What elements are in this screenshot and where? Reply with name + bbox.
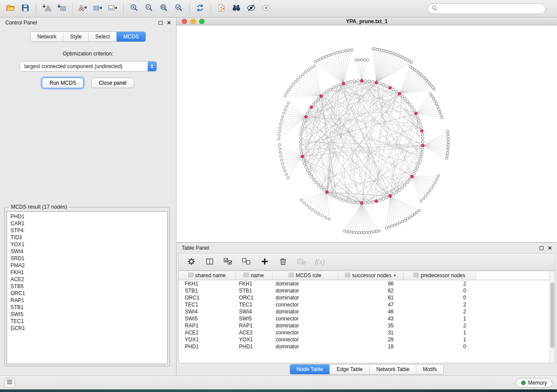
run-mcds-button[interactable]: Run MCDS (42, 78, 83, 88)
cell-mcds-role[interactable]: dominator (272, 287, 338, 294)
mcds-result-item[interactable]: YOX1 (7, 241, 167, 248)
save-session-button[interactable] (18, 2, 32, 15)
column-header-mcds-role[interactable]: MCDS role (272, 271, 338, 280)
network-canvas[interactable] (176, 25, 557, 242)
network-window-titlebar[interactable]: YPA_prune.txt_1 (176, 17, 557, 25)
refresh-layout-button[interactable] (193, 2, 207, 15)
table-vertical-scrollbar[interactable] (549, 271, 555, 363)
cell-predecessor-nodes[interactable]: 2 (403, 308, 476, 315)
mcds-result-item[interactable]: SWI4 (7, 248, 167, 255)
cell-mcds-role[interactable]: connector (272, 301, 338, 308)
tab-edge-table[interactable]: Edge Table (330, 364, 370, 374)
cell-mcds-role[interactable]: connector (272, 315, 338, 322)
cell-mcds-role[interactable]: dominator (272, 280, 338, 287)
table-row[interactable]: TEC1TEC1connector472 (179, 301, 549, 308)
cell-name[interactable]: SWI4 (235, 308, 272, 315)
float-table-panel-icon[interactable] (540, 246, 543, 250)
cell-shared-name[interactable]: SWI4 (179, 308, 235, 315)
search-box[interactable] (428, 3, 546, 14)
cell-predecessor-nodes[interactable]: 2 (403, 322, 476, 329)
zoom-in-button[interactable] (127, 2, 141, 15)
mcds-result-item[interactable]: STB5 (7, 283, 167, 290)
cell-mcds-role[interactable]: dominator (272, 308, 338, 315)
table-options-button[interactable] (186, 256, 197, 268)
network-graph[interactable] (176, 25, 557, 242)
delete-table-button[interactable] (296, 256, 307, 268)
cell-predecessor-nodes[interactable]: 2 (403, 301, 476, 308)
cell-shared-name[interactable]: SWI5 (179, 315, 235, 322)
tab-select[interactable]: Select (89, 32, 117, 41)
search-input[interactable] (439, 6, 542, 12)
cell-successor-nodes[interactable]: 46 (338, 308, 403, 315)
column-header-name[interactable]: name (235, 271, 272, 280)
table-row[interactable]: PHD1PHD1dominator180 (179, 343, 549, 350)
share-document-button[interactable] (214, 2, 228, 15)
cell-mcds-role[interactable]: dominator (272, 294, 338, 301)
tab-network[interactable]: Network (31, 32, 63, 41)
zoom-selected-button[interactable] (172, 2, 186, 15)
cell-successor-nodes[interactable]: 29 (338, 336, 403, 343)
cell-successor-nodes[interactable]: 35 (338, 322, 403, 329)
table-row[interactable]: RAP1RAP1dominator352 (179, 322, 549, 329)
cell-predecessor-nodes[interactable]: 0 (403, 287, 476, 294)
cell-shared-name[interactable]: TEC1 (179, 301, 235, 308)
cell-name[interactable]: YOX1 (235, 336, 272, 343)
search-network-button[interactable] (229, 2, 243, 15)
column-header-shared-name[interactable]: shared name (179, 271, 235, 280)
tab-mcds[interactable]: MCDS (117, 32, 145, 41)
cell-shared-name[interactable]: FKH1 (179, 280, 235, 287)
cell-predecessor-nodes[interactable]: 0 (403, 294, 476, 301)
mac-close-button[interactable] (182, 19, 187, 24)
cell-name[interactable]: FKH1 (235, 280, 272, 287)
cell-successor-nodes[interactable]: 18 (338, 343, 403, 350)
mcds-result-item[interactable]: CAR1 (7, 220, 167, 227)
mcds-result-item[interactable]: GCR1 (7, 325, 167, 332)
cell-name[interactable]: STB1 (235, 287, 272, 294)
delete-column-button[interactable] (277, 256, 289, 268)
zoom-out-button[interactable] (142, 2, 156, 15)
mac-zoom-button[interactable] (199, 19, 204, 24)
cell-shared-name[interactable]: ORC1 (179, 294, 235, 301)
show-columns-button[interactable] (204, 256, 215, 268)
close-table-panel-icon[interactable]: × (548, 246, 552, 250)
tab-node-table[interactable]: Node Table (290, 364, 330, 374)
cell-shared-name[interactable]: YOX1 (179, 336, 235, 343)
mcds-result-item[interactable]: TEC1 (7, 318, 167, 325)
tab-network-table[interactable]: Network Table (370, 364, 416, 374)
cell-name[interactable]: SWI5 (235, 315, 272, 322)
table-row[interactable]: ACE2ACE2connector311 (179, 329, 549, 336)
memory-button[interactable]: Memory (515, 378, 553, 388)
cell-shared-name[interactable]: RAP1 (179, 322, 235, 329)
table-row[interactable]: ORC1ORC1dominator610 (179, 294, 549, 301)
cell-successor-nodes[interactable]: 62 (338, 287, 403, 294)
mcds-result-item[interactable]: STB1 (7, 304, 167, 311)
cell-shared-name[interactable]: PHD1 (179, 343, 235, 350)
cell-mcds-role[interactable]: connector (272, 329, 338, 336)
cell-name[interactable]: ACE2 (235, 329, 272, 336)
table-row[interactable]: YOX1YOX1connector291 (179, 336, 549, 343)
cell-successor-nodes[interactable]: 31 (338, 329, 403, 336)
function-builder-button[interactable]: f(x) (314, 256, 325, 268)
mcds-result-item[interactable]: TID3 (7, 234, 167, 241)
cell-predecessor-nodes[interactable]: 0 (403, 343, 476, 350)
show-panels-button[interactable] (4, 378, 15, 388)
table-row[interactable]: FKH1FKH1dominator962 (179, 280, 549, 287)
table-row[interactable]: SWI5SWI5connector431 (179, 315, 549, 322)
tab-motifs[interactable]: Motifs (416, 364, 443, 374)
export-network-button[interactable] (76, 2, 90, 15)
mcds-result-item[interactable]: STP4 (7, 227, 167, 234)
mcds-result-item[interactable]: SRD1 (7, 255, 167, 262)
cell-name[interactable]: RAP1 (235, 322, 272, 329)
hide-graphics-details-button[interactable] (244, 2, 258, 15)
mcds-result-item[interactable]: ACE2 (7, 276, 167, 283)
show-graphics-details-button[interactable] (259, 2, 273, 15)
mcds-result-item[interactable]: RAP1 (7, 297, 167, 304)
table-row[interactable]: SWI4SWI4dominator462 (179, 308, 549, 315)
cell-shared-name[interactable]: STB1 (179, 287, 235, 294)
cell-name[interactable]: ORC1 (235, 294, 272, 301)
cell-predecessor-nodes[interactable]: 1 (403, 315, 476, 322)
zoom-fit-button[interactable] (157, 2, 171, 15)
import-table-button[interactable] (55, 2, 69, 15)
open-file-button[interactable] (3, 2, 17, 15)
close-panel-button[interactable]: Close panel (91, 78, 134, 88)
